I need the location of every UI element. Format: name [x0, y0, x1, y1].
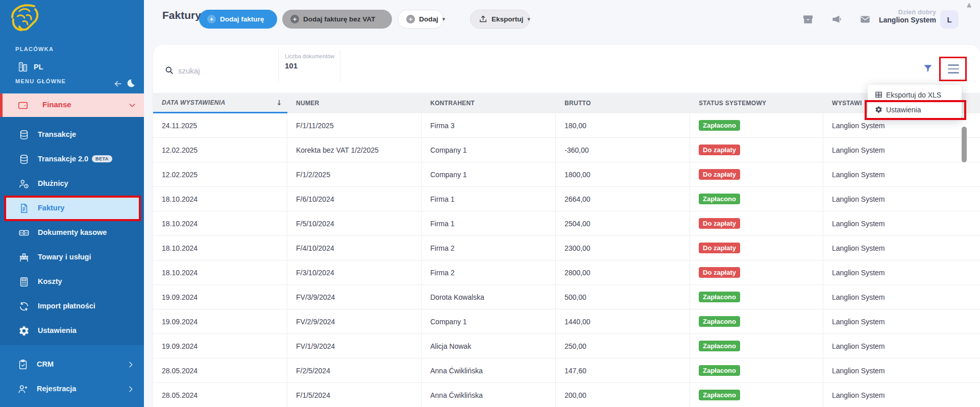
add-invoice-button[interactable]: + Dodaj fakturę	[199, 10, 277, 29]
export-dropdown-button[interactable]: Eksportuj ▾	[470, 10, 530, 29]
table-row[interactable]: 12.02.2025 Korekta bez VAT 1/2/2025 Comp…	[153, 138, 980, 162]
cell-status: Zapłacono	[690, 187, 823, 211]
status-badge: Do zapłaty	[699, 267, 740, 278]
column-header-status-systemowy[interactable]: STATUS SYSTEMOWY	[690, 93, 823, 113]
cell-issued-by: Langlion System	[823, 236, 980, 260]
table-row[interactable]: 19.09.2024 FV/1/9/2024 Alicja Nowak 250,…	[153, 334, 980, 358]
sidebar-item-koszty[interactable]: Koszty	[0, 270, 144, 294]
table-row[interactable]: 18.10.2024 F/4/10/2024 Firma 2 2300,00 D…	[153, 236, 980, 260]
cell-issued-by: Langlion System	[823, 383, 980, 407]
table-row[interactable]: 18.10.2024 F/3/10/2024 Firma 2 2800,00 D…	[153, 260, 980, 285]
cell-contractor: Company 1	[422, 309, 556, 333]
cell-status: Zapłacono	[690, 358, 823, 382]
scroll-top-arrow-icon[interactable]: ▲	[967, 1, 971, 8]
sidebar-item-towary-uslugi[interactable]: Towary i usługi	[0, 245, 144, 270]
avatar[interactable]: L	[940, 10, 959, 29]
greeting-block: Dzień dobry Langlion System	[842, 8, 936, 24]
cell-contractor: Anna Ćwiklińska	[422, 383, 556, 407]
sidebar-item-transakcje-2[interactable]: Transakcje 2.0 BETA	[0, 147, 144, 172]
dark-mode-moon-icon[interactable]	[126, 79, 135, 88]
sync-arrows-icon	[18, 301, 30, 312]
table-row[interactable]: 18.10.2024 F/5/10/2024 Firma 1 2504,00 D…	[153, 211, 980, 236]
table-row[interactable]: 28.05.2024 F/1/5/2024 Anna Ćwiklińska 20…	[153, 383, 980, 407]
cell-status: Zapłacono	[690, 383, 823, 407]
sidebar-item-finanse[interactable]: Finanse	[0, 93, 144, 117]
cell-contractor: Firma 1	[422, 211, 556, 235]
cell-issued-by: Langlion System	[823, 138, 980, 162]
finanse-submenu: Transakcje Transakcje 2.0 BETA Dłużnicy	[0, 117, 144, 345]
cell-date: 28.05.2024	[153, 383, 287, 407]
filter-funnel-icon[interactable]	[923, 63, 933, 74]
plus-circle-icon: +	[406, 15, 415, 23]
section-placowka-label: PLACÓWKA	[15, 46, 54, 52]
cell-gross: 147,60	[556, 358, 690, 382]
table-row[interactable]: 28.05.2024 F/2/5/2024 Anna Ćwiklińska 14…	[153, 358, 980, 383]
cell-issued-by: Langlion System	[823, 260, 980, 284]
cell-contractor: Company 1	[422, 162, 556, 186]
toolbar-divider	[340, 50, 340, 82]
calculator-icon	[18, 276, 30, 288]
cell-date: 18.10.2024	[153, 260, 287, 284]
column-header-kontrahent[interactable]: KONTRAHENT	[422, 93, 556, 113]
add-dropdown-button[interactable]: + Dodaj ▾	[398, 10, 444, 29]
cell-number: F/1/5/2024	[287, 383, 422, 407]
cell-contractor: Dorota Kowalska	[422, 285, 556, 309]
sidebar-item-import-platnosci[interactable]: Import płatności	[0, 294, 144, 319]
table-header-row: DATA WYSTAWIENIA↓ NUMER KONTRAHENT BRUTT…	[153, 93, 980, 113]
sidebar-item-label: Import płatności	[38, 302, 95, 310]
sidebar-item-faktury[interactable]: Faktury	[0, 196, 144, 221]
scrollbar-thumb[interactable]	[962, 127, 967, 162]
archive-box-icon[interactable]	[802, 14, 814, 25]
menu-item-export-xls[interactable]: Eksportuj do XLS	[868, 87, 962, 102]
status-badge: Do zapłaty	[699, 218, 740, 229]
cell-date: 19.09.2024	[153, 334, 287, 358]
cell-status: Zapłacono	[690, 309, 823, 333]
table-row[interactable]: 18.10.2024 F/6/10/2024 Firma 1 2664,00 Z…	[153, 187, 980, 211]
gear-icon	[18, 325, 30, 337]
cell-date: 19.09.2024	[153, 309, 287, 333]
menu-item-settings[interactable]: Ustawienia	[868, 102, 962, 117]
column-header-numer[interactable]: NUMER	[287, 93, 422, 113]
documents-count-label: Liczba dokumentów	[285, 53, 334, 59]
table-grid-icon	[875, 91, 883, 99]
sidebar-item-label: Koszty	[38, 277, 62, 285]
column-header-data-wystawienia[interactable]: DATA WYSTAWIENIA↓	[153, 93, 287, 113]
caret-down-icon: ▾	[443, 16, 446, 22]
cell-issued-by: Langlion System	[823, 309, 980, 333]
table-menu-hamburger-button[interactable]	[943, 60, 964, 78]
cell-issued-by: Langlion System	[823, 162, 980, 186]
collapse-sidebar-icon[interactable]	[113, 79, 122, 88]
table-row[interactable]: 12.02.2025 F/1/2/2025 Company 1 1800,00 …	[153, 162, 980, 187]
sidebar-item-crm[interactable]: CRM	[0, 352, 144, 377]
cell-date: 18.10.2024	[153, 236, 287, 260]
cell-contractor: Anna Ćwiklińska	[422, 358, 556, 382]
beta-badge: BETA	[92, 155, 112, 162]
sidebar-item-transakcje[interactable]: Transakcje	[0, 123, 144, 147]
cell-date: 12.02.2025	[153, 138, 287, 162]
table-row[interactable]: 19.09.2024 FV/3/9/2024 Dorota Kowalska 5…	[153, 285, 980, 309]
cell-number: FV/1/9/2024	[287, 334, 422, 358]
sidebar-item-pl[interactable]: PL	[0, 58, 144, 76]
cell-number: FV/3/9/2024	[287, 285, 422, 309]
add-invoice-no-vat-button[interactable]: + Dodaj fakturę bez VAT	[282, 10, 392, 29]
table-row[interactable]: 19.09.2024 FV/2/9/2024 Company 1 1440,00…	[153, 309, 980, 334]
sidebar-item-rejestracja[interactable]: Rejestracja	[0, 377, 144, 401]
sidebar-item-label: PL	[34, 63, 43, 71]
sidebar-item-label: Ustawienia	[38, 326, 77, 334]
column-header-brutto[interactable]: BRUTTO	[556, 93, 690, 113]
search-input[interactable]	[178, 63, 265, 78]
cell-issued-by: Langlion System	[823, 187, 980, 211]
cell-number: F/3/10/2024	[287, 260, 422, 284]
megaphone-icon[interactable]	[831, 14, 842, 25]
sidebar-item-dluznicy[interactable]: Dłużnicy	[0, 172, 144, 196]
plus-circle-icon: +	[290, 15, 299, 23]
chevron-right-icon	[127, 385, 135, 393]
cell-issued-by: Langlion System	[823, 211, 980, 235]
chevron-down-icon	[128, 101, 136, 109]
cell-date: 19.09.2024	[153, 285, 287, 309]
table-row[interactable]: 24.11.2025 F/1/11/2025 Firma 3 180,00 Za…	[153, 113, 980, 138]
sidebar-item-dokumenty-kasowe[interactable]: Dokumenty kasowe	[0, 221, 144, 245]
shelf-rack-icon	[18, 252, 30, 263]
sidebar-item-ustawienia[interactable]: Ustawienia	[0, 319, 144, 343]
status-badge: Do zapłaty	[699, 169, 740, 180]
